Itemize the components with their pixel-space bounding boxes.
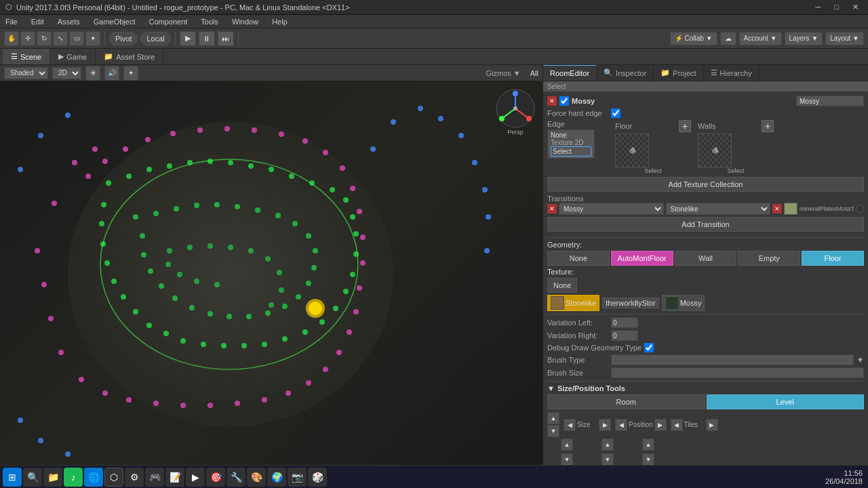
- local-toggle[interactable]: Local: [140, 32, 170, 45]
- size-down-button[interactable]: ▼: [547, 425, 559, 437]
- close-button[interactable]: ✕: [848, 3, 863, 12]
- level-button[interactable]: Level: [707, 394, 865, 409]
- add-transition-button[interactable]: Add Transition: [547, 217, 864, 232]
- geo-wall-button[interactable]: Wall: [675, 251, 737, 266]
- scale-tool[interactable]: ⤡: [53, 31, 68, 46]
- geo-automontfloor-button[interactable]: AutoMontFloor: [611, 251, 673, 266]
- maximize-button[interactable]: □: [830, 3, 843, 12]
- audio-toggle[interactable]: 🔊: [104, 66, 119, 81]
- move-tool[interactable]: ✛: [20, 31, 35, 46]
- brush-type-input[interactable]: CircleBrush: [611, 354, 854, 365]
- tiles-left-button[interactable]: ◀: [671, 419, 683, 431]
- size-up-button[interactable]: ▲: [547, 412, 559, 424]
- taskbar-icon-10[interactable]: 🎲: [308, 468, 327, 487]
- menu-tools[interactable]: Tools: [198, 18, 221, 26]
- rect-tool[interactable]: ▭: [69, 31, 84, 46]
- collab-button[interactable]: ⚡ Collab ▼: [670, 32, 717, 45]
- edge-select[interactable]: None Texture 2D Select: [547, 129, 595, 159]
- menu-window[interactable]: Window: [229, 18, 261, 26]
- taskbar-explorer[interactable]: 📁: [43, 468, 62, 487]
- geo-none-button[interactable]: None: [547, 251, 610, 266]
- tiles-right-button[interactable]: ▶: [706, 419, 718, 431]
- minimize-button[interactable]: ─: [812, 3, 825, 12]
- menu-file[interactable]: File: [3, 18, 20, 26]
- taskbar-icon-5[interactable]: 🎯: [206, 468, 225, 487]
- floor-add-button[interactable]: +: [679, 120, 691, 132]
- brush-size-input[interactable]: 5.04: [611, 367, 864, 378]
- taskbar-icon-3[interactable]: 📝: [165, 468, 184, 487]
- 2d-select[interactable]: 2D: [52, 67, 81, 79]
- up-btn-3[interactable]: ▲: [642, 439, 654, 451]
- transition-to-select[interactable]: Stonelike: [666, 203, 771, 215]
- taskbar-browser[interactable]: 🌐: [84, 468, 103, 487]
- pivot-toggle[interactable]: Pivot: [109, 32, 138, 45]
- transition-from-select[interactable]: Mossy: [559, 203, 664, 215]
- tab-hierarchy[interactable]: ☰ Hierarchy: [704, 65, 760, 81]
- up-btn-2[interactable]: ▲: [601, 439, 614, 451]
- menu-gameobject[interactable]: GameObject: [91, 18, 138, 26]
- edge-select-option[interactable]: Select: [551, 146, 591, 157]
- taskbar-unity[interactable]: ⬡: [104, 468, 123, 487]
- room-button[interactable]: Room: [547, 394, 705, 409]
- size-left-button[interactable]: ◀: [564, 419, 576, 431]
- taskbar-icon-1[interactable]: ⚙: [125, 468, 144, 487]
- multi-tool[interactable]: ✦: [85, 31, 100, 46]
- add-texture-collection-button[interactable]: Add Texture Collection: [547, 177, 864, 192]
- variation-right-input[interactable]: [611, 330, 638, 341]
- walls-select-label[interactable]: Select: [698, 167, 774, 174]
- taskbar-spotify[interactable]: ♪: [64, 468, 83, 487]
- transition-remove-button[interactable]: ✕: [547, 204, 557, 214]
- taskbar-icon-8[interactable]: 🌍: [267, 468, 286, 487]
- taskbar-icon-4[interactable]: ▶: [186, 468, 205, 487]
- mossy-name-input[interactable]: [796, 96, 864, 106]
- taskbar-icon-9[interactable]: 📷: [288, 468, 307, 487]
- size-position-header[interactable]: ▼ Size/Position Tools: [547, 384, 864, 392]
- tab-inspector[interactable]: 🔍 Inspector: [597, 65, 654, 81]
- cloud-button[interactable]: ☁: [720, 32, 736, 45]
- layout-button[interactable]: Layout ▼: [825, 32, 864, 45]
- tex-stonelike-button[interactable]: Stonelike: [547, 295, 599, 311]
- tab-scene[interactable]: ☰ Scene: [3, 49, 50, 64]
- walls-add-button[interactable]: +: [762, 120, 774, 132]
- taskbar-icon-2[interactable]: 🎮: [145, 468, 164, 487]
- shaded-select[interactable]: Shaded: [4, 67, 48, 79]
- tab-project[interactable]: 📁 Project: [654, 65, 703, 81]
- tab-game[interactable]: ▶ Game: [50, 49, 96, 64]
- tex-mossy-button[interactable]: Mossy: [662, 295, 705, 311]
- down-btn-3[interactable]: ▼: [642, 453, 654, 465]
- taskbar-icon-7[interactable]: 🎨: [247, 468, 266, 487]
- floor-select-label[interactable]: Select: [615, 167, 691, 174]
- up-btn-1[interactable]: ▲: [561, 439, 573, 451]
- mossy-close-button[interactable]: ✕: [547, 96, 557, 106]
- transition-color-box[interactable]: [784, 203, 797, 215]
- brush-type-chevron[interactable]: ▼: [856, 356, 864, 364]
- taskbar-icon-6[interactable]: 🔧: [226, 468, 245, 487]
- rotate-tool[interactable]: ↻: [37, 31, 52, 46]
- start-button[interactable]: ⊞: [3, 468, 22, 487]
- down-btn-1[interactable]: ▼: [561, 453, 573, 465]
- geo-floor-button[interactable]: Floor: [802, 251, 864, 266]
- menu-edit[interactable]: Edit: [28, 18, 47, 26]
- gizmos-label[interactable]: Gizmos ▼: [486, 69, 521, 77]
- force-hard-edge-checkbox[interactable]: [611, 108, 620, 118]
- variation-left-input[interactable]: [611, 317, 638, 328]
- geo-empty-button[interactable]: Empty: [738, 251, 800, 266]
- position-right-button[interactable]: ▶: [654, 419, 667, 431]
- size-right-button[interactable]: ▶: [599, 419, 611, 431]
- tex-therworldlystor-button[interactable]: therworldlyStor: [602, 298, 658, 308]
- menu-assets[interactable]: Assets: [55, 18, 83, 26]
- account-button[interactable]: Account ▼: [739, 32, 782, 45]
- position-left-button[interactable]: ◀: [615, 419, 627, 431]
- hand-tool[interactable]: ✋: [4, 31, 19, 46]
- fx-toggle[interactable]: ✦: [123, 66, 138, 81]
- menu-help[interactable]: Help: [269, 18, 290, 26]
- all-label[interactable]: All: [530, 69, 538, 77]
- search-taskbar[interactable]: 🔍: [23, 468, 42, 487]
- tab-roomeditor[interactable]: RoomEditor: [543, 65, 597, 81]
- menu-component[interactable]: Component: [146, 18, 190, 26]
- mossy-checkbox[interactable]: [559, 96, 569, 106]
- debug-draw-checkbox[interactable]: [644, 343, 654, 352]
- layers-button[interactable]: Layers ▼: [785, 32, 823, 45]
- down-btn-2[interactable]: ▼: [601, 453, 614, 465]
- scene-viewport[interactable]: Persp: [0, 81, 542, 465]
